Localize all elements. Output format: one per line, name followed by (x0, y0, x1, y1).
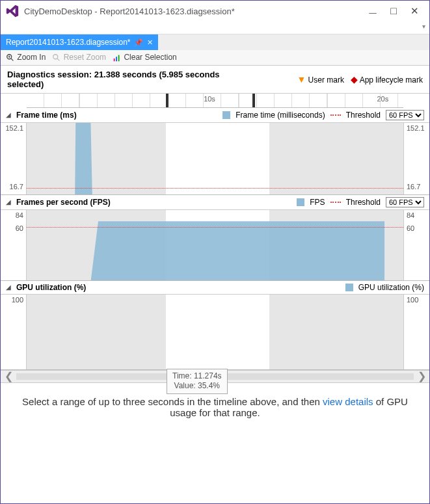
ruler-tick-label: 20s (377, 95, 388, 103)
frame-time-swatch-icon (222, 111, 230, 119)
collapse-icon[interactable]: ◢ (6, 111, 11, 118)
user-mark-icon: ▼ (297, 74, 306, 85)
y-axis-left: 152.1 16.7 (1, 123, 27, 194)
collapse-icon[interactable]: ◢ (6, 284, 11, 291)
gpu-header: ◢ GPU utilization (%) GPU utilization (%… (1, 281, 429, 295)
frame-time-chart[interactable]: 152.1 16.7 152.1 16.7 (1, 123, 429, 194)
threshold-swatch-icon (330, 114, 341, 116)
frame-time-threshold-select[interactable]: 60 FPS (386, 110, 424, 120)
user-mark-legend: ▼ User mark (297, 74, 344, 85)
ruler-major-tick (252, 94, 255, 107)
frame-time-title: Frame time (ms) (16, 111, 217, 120)
menu-bar: ▾ (1, 21, 429, 34)
pin-icon[interactable]: 📌 (134, 38, 143, 47)
svg-line-5 (57, 59, 60, 61)
reset-zoom-icon (52, 53, 61, 62)
threshold-line (27, 227, 403, 228)
session-header: Diagnostics session: 21.388 seconds (5.9… (1, 66, 429, 94)
y-label: 152.1 (1, 124, 23, 132)
minimize-button[interactable]: _ (367, 1, 379, 13)
fps-title: Frames per second (FPS) (16, 198, 291, 207)
fps-series-label: FPS (310, 198, 325, 207)
gpu-swatch-icon (345, 284, 353, 291)
y-label: 100 (407, 296, 429, 304)
frame-time-section: ◢ Frame time (ms) Frame time (millisecon… (1, 108, 429, 195)
scroll-right-icon[interactable]: ❯ (414, 370, 429, 382)
svg-line-1 (11, 59, 14, 61)
y-label: 16.7 (407, 183, 429, 191)
tooltip-value: Value: 35.4% (172, 381, 222, 391)
app-mark-icon: ◆ (351, 74, 358, 85)
maximize-button[interactable]: □ (388, 5, 399, 17)
collapse-icon[interactable]: ◢ (6, 198, 11, 206)
hover-tooltip: Time: 11.274s Value: 35.4% (167, 369, 228, 394)
tab-close-icon[interactable]: ✕ (147, 38, 153, 47)
fps-plot[interactable] (27, 210, 403, 280)
fps-header: ◢ Frames per second (FPS) FPS Threshold … (1, 195, 429, 210)
gpu-chart[interactable]: 100 100 (1, 295, 429, 369)
horizontal-scrollbar[interactable]: ❮ ❯ Time: 11.274s Value: 35.4% (1, 370, 429, 383)
svg-rect-8 (118, 55, 120, 61)
zoom-in-button[interactable]: Zoom In (6, 53, 46, 62)
threshold-line (27, 188, 403, 189)
y-label: 60 (407, 224, 429, 232)
frame-time-plot[interactable] (27, 123, 403, 194)
fps-threshold-select[interactable]: 60 FPS (386, 197, 424, 207)
threshold-swatch-icon (330, 202, 341, 203)
threshold-label: Threshold (346, 198, 381, 207)
session-legend: ▼ User mark ◆ App lifecycle mark (297, 74, 423, 85)
document-tab[interactable]: Report20141013-1623.diagsession* 📌 ✕ (1, 34, 158, 50)
ruler-major-tick (166, 94, 168, 107)
y-axis-right: 100 (403, 295, 429, 369)
svg-marker-9 (72, 123, 403, 194)
y-axis-right: 152.1 16.7 (403, 123, 429, 194)
scroll-left-icon[interactable]: ❮ (1, 370, 16, 382)
fps-swatch-icon (297, 198, 304, 206)
y-label: 152.1 (407, 124, 429, 132)
clear-selection-button[interactable]: Clear Selection (113, 53, 177, 62)
y-axis-left: 84 60 (1, 210, 27, 280)
gpu-section: ◢ GPU utilization (%) GPU utilization (%… (1, 281, 429, 370)
view-details-link[interactable]: view details (323, 396, 373, 407)
svg-rect-7 (116, 57, 117, 61)
tooltip-time: Time: 11.274s (172, 371, 222, 382)
fps-section: ◢ Frames per second (FPS) FPS Threshold … (1, 195, 429, 281)
reset-zoom-button: Reset Zoom (52, 53, 106, 62)
y-label: 84 (407, 211, 429, 219)
y-label: 84 (1, 211, 23, 219)
svg-marker-10 (72, 221, 403, 280)
close-button[interactable]: ✕ (409, 5, 420, 17)
window-controls: _ □ ✕ (367, 5, 425, 17)
toolbar-overflow-icon[interactable]: ▾ (422, 23, 425, 30)
y-axis-right: 84 60 (403, 210, 429, 280)
window-title: CityDemoDesktop - Report20141013-1623.di… (24, 7, 367, 16)
y-label: 100 (1, 296, 23, 304)
tab-strip: Report20141013-1623.diagsession* 📌 ✕ (1, 34, 429, 50)
clear-selection-icon (113, 53, 122, 62)
footer-text: Select a range of up to three seconds in… (22, 396, 323, 407)
app-logo-icon (5, 3, 20, 19)
threshold-label: Threshold (346, 111, 381, 120)
svg-rect-6 (114, 59, 115, 61)
frame-time-series-label: Frame time (milliseconds) (235, 111, 325, 120)
diagnostics-toolbar: Zoom In Reset Zoom Clear Selection (1, 50, 429, 66)
timeline-ruler[interactable]: 10s 20s (27, 94, 403, 108)
svg-point-4 (53, 55, 58, 59)
gpu-series-label: GPU utilization (%) (358, 283, 424, 292)
fps-chart[interactable]: 84 60 84 60 (1, 210, 429, 280)
gpu-plot[interactable] (27, 295, 403, 369)
y-label: 16.7 (1, 183, 23, 191)
y-label: 60 (1, 224, 23, 232)
app-mark-legend: ◆ App lifecycle mark (351, 74, 423, 85)
y-axis-left: 100 (1, 295, 27, 369)
zoom-in-icon (6, 53, 15, 62)
tab-label: Report20141013-1623.diagsession* (6, 38, 130, 47)
gpu-title: GPU utilization (%) (16, 283, 340, 292)
session-summary: Diagnostics session: 21.388 seconds (5.9… (7, 70, 222, 89)
title-bar: CityDemoDesktop - Report20141013-1623.di… (1, 1, 429, 21)
ruler-tick-label: 10s (204, 95, 215, 103)
frame-time-header: ◢ Frame time (ms) Frame time (millisecon… (1, 108, 429, 123)
